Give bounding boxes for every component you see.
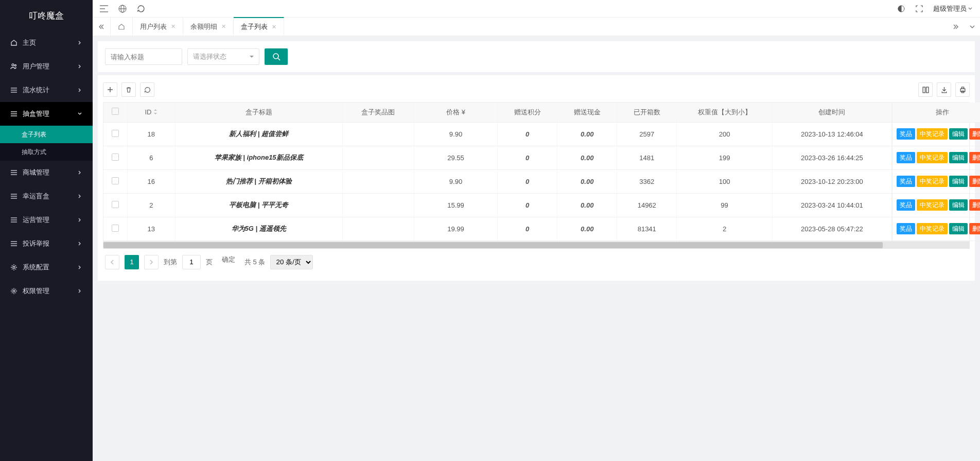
add-button[interactable]: [103, 82, 117, 97]
cell-price: 29.55: [414, 146, 497, 169]
row-checkbox[interactable]: [112, 153, 119, 161]
goto-input[interactable]: [182, 255, 201, 269]
delete-row-button[interactable]: 删除: [969, 223, 980, 234]
record-button[interactable]: 中奖记录: [917, 223, 948, 234]
cell-img: [342, 146, 414, 169]
next-page-button[interactable]: [144, 255, 159, 269]
row-checkbox[interactable]: [112, 130, 119, 137]
goto-confirm-button[interactable]: 确定: [218, 255, 239, 269]
prize-button[interactable]: 奖品: [897, 223, 915, 234]
edit-button[interactable]: 编辑: [949, 223, 968, 234]
row-checkbox[interactable]: [112, 177, 119, 184]
chevron-down-icon: [968, 6, 973, 11]
delete-row-button[interactable]: 删除: [969, 152, 980, 163]
columns-button[interactable]: [918, 82, 933, 97]
print-button[interactable]: [955, 82, 970, 97]
sidebar-item-8[interactable]: 系统配置: [0, 255, 93, 279]
refresh-table-button[interactable]: [140, 82, 154, 97]
horizontal-scrollbar[interactable]: [103, 242, 970, 249]
col-title: 盒子标题: [175, 103, 342, 122]
sidebar-item-4[interactable]: 商城管理: [0, 161, 93, 184]
tabs-scroll-right[interactable]: [947, 24, 965, 30]
sidebar-item-7[interactable]: 投诉举报: [0, 232, 93, 255]
user-dropdown[interactable]: 超级管理员: [933, 4, 973, 13]
cell-img: [342, 122, 414, 146]
prize-button[interactable]: 奖品: [897, 176, 915, 187]
list-icon: [10, 87, 18, 94]
prize-button[interactable]: 奖品: [897, 152, 915, 163]
export-button[interactable]: [937, 82, 951, 97]
edit-button[interactable]: 编辑: [949, 176, 968, 187]
col-created: 创建时间: [772, 103, 891, 122]
table-row: 2 平板电脑 | 平平无奇 15.99 0 0.00 14962 99 2023…: [103, 193, 892, 217]
search-button[interactable]: [265, 48, 288, 65]
sidebar-subitem-3-0[interactable]: 盒子列表: [0, 126, 93, 143]
cell-id: 2: [127, 193, 175, 217]
col-cash: 赠送现金: [557, 103, 617, 122]
prize-button[interactable]: 奖品: [897, 199, 915, 211]
total-label: 共 5 条: [244, 258, 265, 267]
chevron-icon: [77, 193, 82, 200]
delete-row-button[interactable]: 删除: [969, 199, 980, 211]
cell-price: 9.90: [414, 169, 497, 193]
select-all-checkbox[interactable]: [112, 108, 119, 115]
edit-button[interactable]: 编辑: [949, 128, 968, 140]
tab-2[interactable]: 盒子列表✕: [234, 17, 284, 36]
sort-icon[interactable]: [153, 109, 157, 114]
tabs-scroll-left[interactable]: [93, 24, 110, 30]
cell-created: 2023-05-28 05:47:22: [772, 217, 891, 241]
cell-img: [342, 169, 414, 193]
print-icon: [959, 87, 966, 93]
sidebar-label: 投诉举报: [23, 239, 49, 248]
sidebar-item-5[interactable]: 幸运盲盒: [0, 184, 93, 208]
record-button[interactable]: 中奖记录: [917, 176, 948, 187]
cell-id: 16: [127, 169, 175, 193]
edit-button[interactable]: 编辑: [949, 199, 968, 211]
sidebar-item-0[interactable]: 主页: [0, 31, 93, 55]
row-checkbox[interactable]: [112, 225, 119, 232]
close-icon[interactable]: ✕: [272, 24, 276, 30]
cell-points: 0: [498, 122, 557, 146]
current-page[interactable]: 1: [125, 255, 139, 269]
tab-home[interactable]: [110, 18, 133, 36]
sidebar-item-3[interactable]: 抽盒管理: [0, 102, 93, 126]
prize-button[interactable]: 奖品: [897, 128, 915, 140]
refresh-icon[interactable]: [137, 5, 145, 13]
cell-cash: 0.00: [557, 169, 617, 193]
sidebar-subitem-3-1[interactable]: 抽取方式: [0, 143, 93, 161]
pagination: 1 到第 页 确定 共 5 条 20 条/页: [103, 249, 970, 276]
globe-icon[interactable]: [118, 5, 127, 13]
record-button[interactable]: 中奖记录: [917, 128, 948, 140]
tab-0[interactable]: 用户列表✕: [133, 18, 183, 36]
theme-icon[interactable]: [897, 5, 905, 13]
tab-1[interactable]: 余额明细✕: [183, 18, 234, 36]
chevron-icon: [77, 169, 82, 177]
fullscreen-icon[interactable]: [916, 5, 923, 12]
page-size-select[interactable]: 20 条/页: [270, 255, 313, 269]
record-button[interactable]: 中奖记录: [917, 199, 948, 211]
delete-row-button[interactable]: 删除: [969, 176, 980, 187]
chevron-icon: [77, 87, 82, 94]
sidebar-item-2[interactable]: 流水统计: [0, 78, 93, 102]
close-icon[interactable]: ✕: [221, 23, 226, 30]
edit-button[interactable]: 编辑: [949, 152, 968, 163]
svg-line-30: [278, 58, 280, 60]
status-select[interactable]: 请选择状态: [187, 48, 259, 65]
tabs-dropdown[interactable]: [965, 24, 980, 30]
menu-toggle-icon[interactable]: [100, 5, 108, 12]
cell-opened: 2597: [617, 122, 677, 146]
close-icon[interactable]: ✕: [171, 23, 176, 30]
row-checkbox[interactable]: [112, 201, 119, 208]
delete-button[interactable]: [121, 82, 136, 97]
record-button[interactable]: 中奖记录: [917, 152, 948, 163]
title-input[interactable]: [105, 48, 182, 65]
sidebar-item-6[interactable]: 运营管理: [0, 208, 93, 232]
sidebar-item-1[interactable]: 用户管理: [0, 55, 93, 78]
page-suffix: 页: [206, 258, 213, 267]
chevron-icon: [77, 39, 82, 47]
sidebar-item-9[interactable]: 权限管理: [0, 279, 93, 303]
search-icon: [272, 53, 281, 61]
chevron-down-icon: [969, 24, 975, 30]
delete-row-button[interactable]: 删除: [969, 128, 980, 140]
prev-page-button[interactable]: [105, 255, 119, 269]
